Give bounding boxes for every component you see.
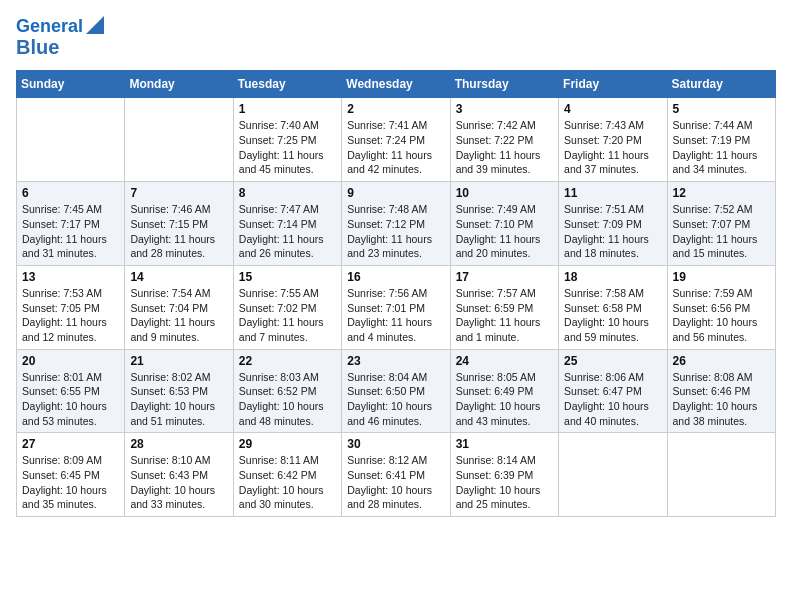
day-detail: Sunrise: 7:41 AMSunset: 7:24 PMDaylight:… xyxy=(347,118,444,177)
day-number: 15 xyxy=(239,270,336,284)
logo-triangle-icon xyxy=(86,16,104,34)
calendar-day-cell: 24Sunrise: 8:05 AMSunset: 6:49 PMDayligh… xyxy=(450,349,558,433)
day-detail: Sunrise: 7:51 AMSunset: 7:09 PMDaylight:… xyxy=(564,202,661,261)
day-number: 24 xyxy=(456,354,553,368)
calendar-day-cell: 23Sunrise: 8:04 AMSunset: 6:50 PMDayligh… xyxy=(342,349,450,433)
calendar-week-row: 27Sunrise: 8:09 AMSunset: 6:45 PMDayligh… xyxy=(17,433,776,517)
day-detail: Sunrise: 8:04 AMSunset: 6:50 PMDaylight:… xyxy=(347,370,444,429)
day-detail: Sunrise: 8:14 AMSunset: 6:39 PMDaylight:… xyxy=(456,453,553,512)
day-number: 5 xyxy=(673,102,770,116)
day-number: 21 xyxy=(130,354,227,368)
day-detail: Sunrise: 7:55 AMSunset: 7:02 PMDaylight:… xyxy=(239,286,336,345)
day-number: 9 xyxy=(347,186,444,200)
weekday-header-saturday: Saturday xyxy=(667,71,775,98)
day-number: 20 xyxy=(22,354,119,368)
day-detail: Sunrise: 7:59 AMSunset: 6:56 PMDaylight:… xyxy=(673,286,770,345)
calendar-day-cell: 16Sunrise: 7:56 AMSunset: 7:01 PMDayligh… xyxy=(342,265,450,349)
logo-text-blue: Blue xyxy=(16,36,104,58)
calendar-table: SundayMondayTuesdayWednesdayThursdayFrid… xyxy=(16,70,776,517)
calendar-day-cell: 14Sunrise: 7:54 AMSunset: 7:04 PMDayligh… xyxy=(125,265,233,349)
day-detail: Sunrise: 7:56 AMSunset: 7:01 PMDaylight:… xyxy=(347,286,444,345)
day-detail: Sunrise: 8:01 AMSunset: 6:55 PMDaylight:… xyxy=(22,370,119,429)
day-number: 6 xyxy=(22,186,119,200)
calendar-day-cell: 18Sunrise: 7:58 AMSunset: 6:58 PMDayligh… xyxy=(559,265,667,349)
day-number: 4 xyxy=(564,102,661,116)
day-detail: Sunrise: 7:47 AMSunset: 7:14 PMDaylight:… xyxy=(239,202,336,261)
calendar-day-cell: 12Sunrise: 7:52 AMSunset: 7:07 PMDayligh… xyxy=(667,182,775,266)
day-detail: Sunrise: 7:48 AMSunset: 7:12 PMDaylight:… xyxy=(347,202,444,261)
day-detail: Sunrise: 7:46 AMSunset: 7:15 PMDaylight:… xyxy=(130,202,227,261)
day-detail: Sunrise: 8:05 AMSunset: 6:49 PMDaylight:… xyxy=(456,370,553,429)
day-detail: Sunrise: 8:08 AMSunset: 6:46 PMDaylight:… xyxy=(673,370,770,429)
calendar-day-cell: 7Sunrise: 7:46 AMSunset: 7:15 PMDaylight… xyxy=(125,182,233,266)
day-detail: Sunrise: 8:10 AMSunset: 6:43 PMDaylight:… xyxy=(130,453,227,512)
calendar-day-cell: 13Sunrise: 7:53 AMSunset: 7:05 PMDayligh… xyxy=(17,265,125,349)
day-number: 11 xyxy=(564,186,661,200)
calendar-day-cell: 26Sunrise: 8:08 AMSunset: 6:46 PMDayligh… xyxy=(667,349,775,433)
day-detail: Sunrise: 8:09 AMSunset: 6:45 PMDaylight:… xyxy=(22,453,119,512)
day-detail: Sunrise: 8:12 AMSunset: 6:41 PMDaylight:… xyxy=(347,453,444,512)
day-number: 12 xyxy=(673,186,770,200)
day-number: 2 xyxy=(347,102,444,116)
day-detail: Sunrise: 8:06 AMSunset: 6:47 PMDaylight:… xyxy=(564,370,661,429)
weekday-header-monday: Monday xyxy=(125,71,233,98)
day-detail: Sunrise: 7:54 AMSunset: 7:04 PMDaylight:… xyxy=(130,286,227,345)
calendar-week-row: 1Sunrise: 7:40 AMSunset: 7:25 PMDaylight… xyxy=(17,98,776,182)
calendar-week-row: 13Sunrise: 7:53 AMSunset: 7:05 PMDayligh… xyxy=(17,265,776,349)
calendar-day-cell xyxy=(559,433,667,517)
calendar-day-cell: 5Sunrise: 7:44 AMSunset: 7:19 PMDaylight… xyxy=(667,98,775,182)
calendar-day-cell: 27Sunrise: 8:09 AMSunset: 6:45 PMDayligh… xyxy=(17,433,125,517)
calendar-day-cell: 6Sunrise: 7:45 AMSunset: 7:17 PMDaylight… xyxy=(17,182,125,266)
calendar-week-row: 20Sunrise: 8:01 AMSunset: 6:55 PMDayligh… xyxy=(17,349,776,433)
weekday-header-thursday: Thursday xyxy=(450,71,558,98)
calendar-day-cell: 3Sunrise: 7:42 AMSunset: 7:22 PMDaylight… xyxy=(450,98,558,182)
day-detail: Sunrise: 8:03 AMSunset: 6:52 PMDaylight:… xyxy=(239,370,336,429)
day-number: 8 xyxy=(239,186,336,200)
weekday-header-sunday: Sunday xyxy=(17,71,125,98)
calendar-day-cell: 11Sunrise: 7:51 AMSunset: 7:09 PMDayligh… xyxy=(559,182,667,266)
day-number: 18 xyxy=(564,270,661,284)
calendar-day-cell: 19Sunrise: 7:59 AMSunset: 6:56 PMDayligh… xyxy=(667,265,775,349)
calendar-day-cell: 31Sunrise: 8:14 AMSunset: 6:39 PMDayligh… xyxy=(450,433,558,517)
day-detail: Sunrise: 7:58 AMSunset: 6:58 PMDaylight:… xyxy=(564,286,661,345)
day-detail: Sunrise: 7:45 AMSunset: 7:17 PMDaylight:… xyxy=(22,202,119,261)
day-number: 31 xyxy=(456,437,553,451)
day-number: 30 xyxy=(347,437,444,451)
calendar-day-cell: 17Sunrise: 7:57 AMSunset: 6:59 PMDayligh… xyxy=(450,265,558,349)
calendar-day-cell: 25Sunrise: 8:06 AMSunset: 6:47 PMDayligh… xyxy=(559,349,667,433)
day-detail: Sunrise: 7:42 AMSunset: 7:22 PMDaylight:… xyxy=(456,118,553,177)
day-number: 16 xyxy=(347,270,444,284)
logo: General Blue xyxy=(16,16,104,58)
calendar-day-cell: 30Sunrise: 8:12 AMSunset: 6:41 PMDayligh… xyxy=(342,433,450,517)
day-detail: Sunrise: 8:02 AMSunset: 6:53 PMDaylight:… xyxy=(130,370,227,429)
day-number: 28 xyxy=(130,437,227,451)
day-number: 23 xyxy=(347,354,444,368)
day-detail: Sunrise: 7:49 AMSunset: 7:10 PMDaylight:… xyxy=(456,202,553,261)
calendar-day-cell: 29Sunrise: 8:11 AMSunset: 6:42 PMDayligh… xyxy=(233,433,341,517)
calendar-day-cell: 10Sunrise: 7:49 AMSunset: 7:10 PMDayligh… xyxy=(450,182,558,266)
svg-marker-0 xyxy=(86,16,104,34)
calendar-day-cell: 28Sunrise: 8:10 AMSunset: 6:43 PMDayligh… xyxy=(125,433,233,517)
day-detail: Sunrise: 8:11 AMSunset: 6:42 PMDaylight:… xyxy=(239,453,336,512)
day-number: 14 xyxy=(130,270,227,284)
calendar-day-cell: 21Sunrise: 8:02 AMSunset: 6:53 PMDayligh… xyxy=(125,349,233,433)
logo-text-general: General xyxy=(16,17,83,37)
calendar-week-row: 6Sunrise: 7:45 AMSunset: 7:17 PMDaylight… xyxy=(17,182,776,266)
day-number: 3 xyxy=(456,102,553,116)
day-number: 1 xyxy=(239,102,336,116)
day-number: 13 xyxy=(22,270,119,284)
day-number: 29 xyxy=(239,437,336,451)
weekday-header-wednesday: Wednesday xyxy=(342,71,450,98)
day-number: 19 xyxy=(673,270,770,284)
calendar-day-cell xyxy=(125,98,233,182)
calendar-day-cell: 22Sunrise: 8:03 AMSunset: 6:52 PMDayligh… xyxy=(233,349,341,433)
day-number: 17 xyxy=(456,270,553,284)
calendar-day-cell: 2Sunrise: 7:41 AMSunset: 7:24 PMDaylight… xyxy=(342,98,450,182)
day-number: 25 xyxy=(564,354,661,368)
calendar-day-cell xyxy=(17,98,125,182)
day-detail: Sunrise: 7:57 AMSunset: 6:59 PMDaylight:… xyxy=(456,286,553,345)
calendar-day-cell: 8Sunrise: 7:47 AMSunset: 7:14 PMDaylight… xyxy=(233,182,341,266)
day-number: 7 xyxy=(130,186,227,200)
day-detail: Sunrise: 7:52 AMSunset: 7:07 PMDaylight:… xyxy=(673,202,770,261)
calendar-day-cell: 20Sunrise: 8:01 AMSunset: 6:55 PMDayligh… xyxy=(17,349,125,433)
